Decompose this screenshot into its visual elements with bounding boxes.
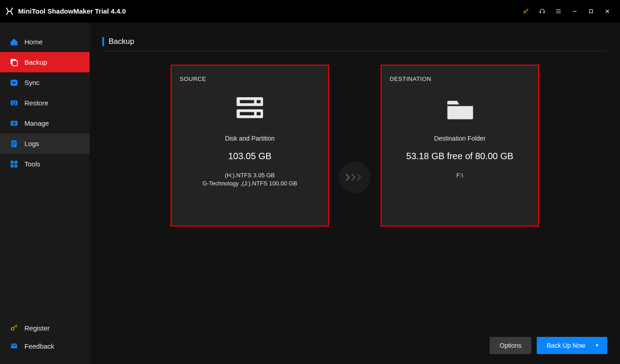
options-button[interactable]: Options (490, 337, 531, 354)
tools-icon (9, 159, 19, 169)
backup-now-button[interactable]: Back Up Now ▼ (537, 337, 607, 354)
feedback-label: Feedback (24, 342, 54, 350)
chevron-down-icon: ▼ (595, 343, 599, 348)
destination-type: Destination Folder (434, 135, 486, 142)
svg-rect-3 (590, 9, 593, 13)
source-details: (H:).NTFS 3.05 GB G-Technology ,(J:).NTF… (202, 171, 297, 187)
home-icon (9, 37, 19, 47)
sidebar-item-label: Logs (24, 140, 39, 147)
svg-rect-1 (540, 11, 541, 13)
backup-now-label: Back Up Now (547, 342, 585, 349)
restore-icon (9, 98, 19, 108)
svg-rect-16 (11, 344, 17, 349)
svg-rect-23 (448, 104, 473, 106)
sidebar-item-home[interactable]: Home (0, 32, 90, 52)
sidebar-item-sync[interactable]: Sync (0, 72, 90, 93)
key-icon (9, 323, 19, 333)
svg-rect-21 (240, 112, 254, 115)
sidebar-item-label: Home (24, 38, 43, 46)
headset-icon[interactable] (534, 0, 550, 23)
feedback-link[interactable]: Feedback (0, 337, 90, 355)
source-type: Disk and Partition (225, 135, 275, 142)
svg-rect-12 (14, 161, 18, 164)
backup-icon (9, 57, 19, 67)
main-area: Backup SOURCE (90, 23, 620, 364)
page-title: Backup (109, 37, 134, 46)
source-panel[interactable]: SOURCE Disk and Partition (171, 65, 329, 227)
app-title: MiniTool ShadowMaker Trial 4.4.0 (18, 7, 126, 15)
svg-rect-5 (12, 60, 18, 66)
folder-icon (439, 92, 480, 124)
disk-icon (229, 92, 270, 124)
accent-bar (102, 37, 104, 46)
svg-rect-18 (240, 100, 254, 103)
sidebar-item-label: Backup (24, 58, 47, 66)
destination-panel[interactable]: DESTINATION Destination Folder 53.18 GB … (381, 65, 539, 227)
svg-rect-22 (257, 112, 261, 115)
sidebar-item-manage[interactable]: Manage (0, 113, 90, 133)
options-label: Options (500, 342, 521, 349)
sidebar-item-logs[interactable]: Logs (0, 133, 90, 154)
svg-rect-2 (544, 11, 544, 13)
sidebar: Home Backup Sync (0, 23, 90, 364)
app-logo-icon (5, 6, 14, 16)
sync-icon (9, 78, 19, 88)
destination-space: 53.18 GB free of 80.00 GB (406, 151, 514, 161)
svg-rect-13 (11, 164, 14, 167)
key-icon[interactable] (518, 0, 534, 23)
svg-rect-8 (11, 121, 18, 126)
manage-icon (9, 118, 19, 128)
svg-rect-19 (257, 100, 261, 103)
svg-rect-11 (11, 161, 14, 164)
svg-rect-6 (11, 80, 18, 85)
maximize-button[interactable] (583, 0, 599, 23)
destination-heading: DESTINATION (390, 76, 431, 82)
footer-buttons: Options Back Up Now ▼ (490, 337, 607, 354)
sidebar-item-restore[interactable]: Restore (0, 93, 90, 113)
page-header: Backup (90, 23, 620, 57)
destination-path: F:\ (456, 171, 463, 180)
register-link[interactable]: Register (0, 319, 90, 337)
svg-rect-14 (14, 164, 18, 167)
sidebar-item-label: Sync (24, 79, 39, 86)
register-label: Register (24, 324, 50, 332)
source-heading: SOURCE (180, 76, 206, 82)
logs-icon (9, 139, 19, 149)
close-button[interactable] (599, 0, 615, 23)
menu-icon[interactable] (550, 0, 567, 23)
source-total: 103.05 GB (228, 151, 272, 161)
sidebar-item-label: Restore (24, 99, 48, 107)
arrow-icon (339, 161, 371, 193)
minimize-button[interactable] (567, 0, 583, 23)
sidebar-item-label: Tools (24, 160, 40, 168)
sidebar-item-label: Manage (24, 119, 49, 127)
sidebar-item-backup[interactable]: Backup (0, 52, 90, 72)
sidebar-item-tools[interactable]: Tools (0, 154, 90, 174)
title-bar: MiniTool ShadowMaker Trial 4.4.0 (0, 0, 620, 23)
mail-icon (9, 341, 19, 351)
